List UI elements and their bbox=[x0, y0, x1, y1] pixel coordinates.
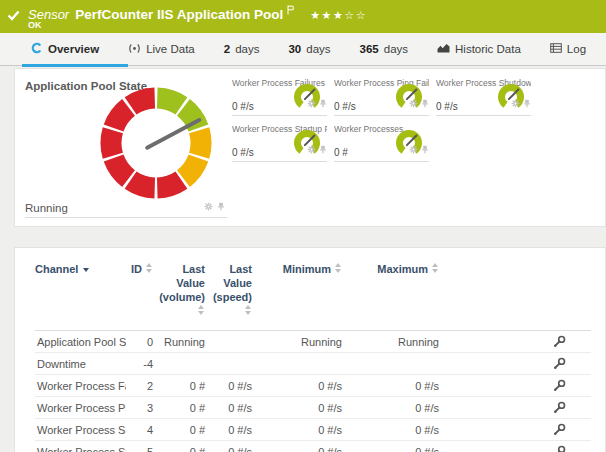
pin-icon[interactable] bbox=[319, 140, 327, 158]
column-header-min[interactable]: Minimum bbox=[254, 262, 344, 331]
table-row[interactable]: Downtime-4 bbox=[35, 353, 591, 375]
tab-log[interactable]: Log bbox=[541, 33, 595, 66]
cell-minimum: 0 #/s bbox=[254, 375, 344, 397]
column-header-channel[interactable]: Channel bbox=[35, 262, 126, 331]
tab-label: Overview bbox=[48, 43, 99, 55]
tab-label: Log bbox=[567, 43, 586, 55]
cell-minimum bbox=[254, 353, 344, 375]
mini-gauge-tile[interactable]: Worker Processes0 # bbox=[334, 123, 429, 162]
cell-minimum: Running bbox=[254, 331, 344, 353]
pin-icon[interactable] bbox=[523, 94, 531, 112]
cell-channel: Worker Process Startup... bbox=[35, 441, 126, 452]
cell-last-value-speed: 0 #/s bbox=[207, 375, 254, 397]
flag-icon[interactable] bbox=[287, 1, 294, 19]
tab-label: days bbox=[235, 43, 259, 55]
column-header-actions bbox=[441, 262, 591, 331]
mini-gauge-tile[interactable]: Worker Process Ping Failures0 #/s bbox=[334, 77, 429, 116]
gear-icon[interactable] bbox=[511, 94, 520, 112]
cell-channel: Worker Process Shutdo... bbox=[35, 419, 126, 441]
cell-id: 0 bbox=[126, 331, 155, 353]
tab-label: Historic Data bbox=[455, 43, 521, 55]
cell-last-value-speed bbox=[207, 331, 254, 353]
cell-id: 3 bbox=[126, 397, 155, 419]
wrench-icon[interactable] bbox=[553, 357, 566, 369]
sensor-status-badge: OK bbox=[28, 20, 42, 30]
tab-365-days[interactable]: 365days bbox=[351, 33, 417, 66]
tab-number: 2 bbox=[224, 43, 230, 55]
column-header-max[interactable]: Maximum bbox=[344, 262, 441, 331]
mini-gauge-tile[interactable]: Worker Process Failures0 #/s bbox=[232, 77, 327, 116]
column-header-speed[interactable]: Last Value(speed) bbox=[207, 262, 254, 331]
table-row[interactable]: Worker Process Ping Fa...30 #0 #/s0 #/s0… bbox=[35, 397, 591, 419]
tab-30-days[interactable]: 30days bbox=[279, 33, 339, 66]
tab-label: Live Data bbox=[146, 43, 195, 55]
cell-id: 5 bbox=[126, 441, 155, 452]
priority-stars[interactable]: ★★★☆☆ bbox=[310, 9, 367, 22]
main-gauge-tile[interactable]: Application Pool State Running bbox=[25, 77, 227, 218]
mini-gauge-tile[interactable]: Worker Process Shutdown Fa...0 #/s bbox=[436, 77, 531, 116]
cell-maximum: Running bbox=[344, 331, 441, 353]
gear-icon[interactable] bbox=[307, 140, 316, 158]
wrench-icon[interactable] bbox=[553, 423, 566, 435]
cell-channel: Application Pool State bbox=[35, 331, 126, 353]
tab-2-days[interactable]: 2days bbox=[215, 33, 269, 66]
gear-icon[interactable] bbox=[409, 94, 418, 112]
mini-gauge-tile[interactable]: Worker Process Startup Failu...0 #/s bbox=[232, 123, 327, 162]
wrench-icon[interactable] bbox=[553, 445, 566, 452]
column-header-id[interactable]: ID bbox=[126, 262, 155, 331]
mini-gauge-value: 0 #/s bbox=[232, 101, 254, 112]
cell-channel: Downtime bbox=[35, 353, 126, 375]
sort-caret-down-icon bbox=[83, 268, 89, 272]
cell-last-value-volume: 0 # bbox=[155, 419, 207, 441]
channels-panel: ChannelIDLast Value(volume)Last Value(sp… bbox=[14, 247, 606, 452]
pin-icon[interactable] bbox=[421, 140, 429, 158]
mini-gauge-value: 0 #/s bbox=[232, 147, 254, 158]
live-data-icon bbox=[128, 43, 141, 56]
pin-icon[interactable] bbox=[421, 94, 429, 112]
cell-last-value-volume: 0 # bbox=[155, 375, 207, 397]
cell-channel: Worker Process Ping Fa... bbox=[35, 397, 126, 419]
gear-icon[interactable] bbox=[409, 140, 418, 158]
historic-data-icon bbox=[437, 43, 450, 55]
cell-minimum: 0 #/s bbox=[254, 441, 344, 452]
cell-maximum: 0 #/s bbox=[344, 375, 441, 397]
cell-id: 2 bbox=[126, 375, 155, 397]
table-row[interactable]: Application Pool State0RunningRunningRun… bbox=[35, 331, 591, 353]
wrench-icon[interactable] bbox=[553, 401, 566, 413]
table-row[interactable]: Worker Process Shutdo...40 #0 #/s0 #/s0 … bbox=[35, 419, 591, 441]
sort-icon bbox=[245, 305, 252, 315]
log-icon bbox=[550, 43, 562, 55]
cell-last-value-volume: Running bbox=[155, 331, 207, 353]
mini-gauge-value: 0 # bbox=[334, 147, 348, 158]
tab-bar: OverviewLive Data2days30days365daysHisto… bbox=[0, 33, 606, 66]
sort-icon bbox=[335, 263, 342, 273]
mini-gauge-value: 0 #/s bbox=[334, 101, 356, 112]
sort-icon bbox=[146, 263, 153, 273]
main-gauge-status: Running bbox=[25, 202, 68, 214]
cell-minimum: 0 #/s bbox=[254, 419, 344, 441]
cell-last-value-speed: 0 #/s bbox=[207, 441, 254, 452]
cell-maximum: 0 #/s bbox=[344, 419, 441, 441]
overview-panel: Application Pool State Running Worker Pr… bbox=[14, 68, 606, 227]
tab-overview[interactable]: Overview bbox=[22, 33, 108, 66]
tab-live-data[interactable]: Live Data bbox=[119, 33, 204, 66]
pin-icon[interactable] bbox=[217, 201, 225, 213]
pin-icon[interactable] bbox=[319, 94, 327, 112]
table-row[interactable]: Worker Process Failures20 #0 #/s0 #/s0 #… bbox=[35, 375, 591, 397]
table-row[interactable]: Worker Process Startup...50 #0 #/s0 #/s0… bbox=[35, 441, 591, 452]
mini-gauge-value: 0 #/s bbox=[436, 101, 458, 112]
gear-icon[interactable] bbox=[307, 94, 316, 112]
column-header-volume[interactable]: Last Value(volume) bbox=[155, 262, 207, 331]
stars-empty: ☆☆ bbox=[344, 9, 367, 22]
sensor-header: Sensor PerfCounter IIS Application Pool … bbox=[0, 0, 606, 33]
tab-label: days bbox=[384, 43, 408, 55]
wrench-icon[interactable] bbox=[553, 335, 566, 347]
cell-last-value-volume: 0 # bbox=[155, 397, 207, 419]
sort-icon bbox=[198, 305, 205, 315]
overview-icon bbox=[31, 42, 43, 56]
cell-maximum: 0 #/s bbox=[344, 397, 441, 419]
wrench-icon[interactable] bbox=[553, 379, 566, 391]
gear-icon[interactable] bbox=[204, 201, 213, 213]
tab-historic-data[interactable]: Historic Data bbox=[428, 33, 530, 66]
sensor-title: PerfCounter IIS Application Pool bbox=[75, 7, 283, 22]
